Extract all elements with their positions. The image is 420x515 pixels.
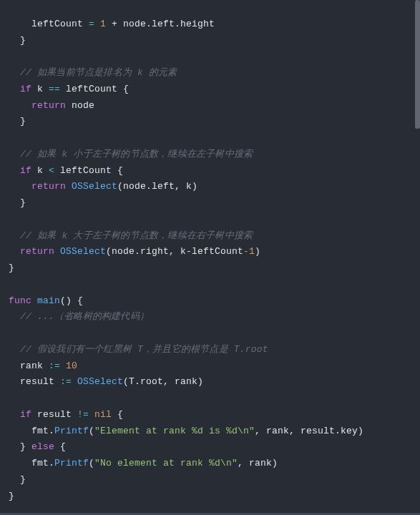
scrollbar[interactable] <box>415 0 420 129</box>
code-line: } <box>9 491 14 501</box>
code-line: } <box>9 197 26 208</box>
code-line: if result != nil { <box>9 409 123 420</box>
code-line: leftCount = 1 + node.left.height <box>9 19 215 29</box>
code-line: func main() { <box>9 295 83 306</box>
code-line: } <box>9 474 26 485</box>
code-comment: // 如果当前节点是排名为 k 的元素 <box>9 67 177 78</box>
code-comment: // 假设我们有一个红黑树 T，并且它的根节点是 T.root <box>9 344 268 355</box>
code-comment: // 如果 k 大于左子树的节点数，继续在右子树中搜索 <box>9 230 253 241</box>
code-comment: // ...（省略树的构建代码） <box>9 311 149 322</box>
code-line: if k < leftCount { <box>9 165 123 176</box>
code-line: return node <box>9 100 94 111</box>
code-line: } <box>9 35 26 46</box>
code-line: } else { <box>9 441 66 452</box>
code-line: fmt.Printf("No element at rank %d\n", ra… <box>9 458 278 469</box>
code-line: rank := 10 <box>9 360 77 371</box>
code-line: return OSSelect(node.right, k-leftCount-… <box>9 246 260 257</box>
code-line: } <box>9 263 14 273</box>
code-line: } <box>9 116 26 127</box>
code-line: result := OSSelect(T.root, rank) <box>9 376 203 387</box>
code-comment: // 如果 k 小于左子树的节点数，继续在左子树中搜索 <box>9 149 253 160</box>
code-block: leftCount = 1 + node.left.height } // 如果… <box>0 0 420 513</box>
code-line: fmt.Printf("Element at rank %d is %d\n",… <box>9 426 363 436</box>
code-line: return OSSelect(node.left, k) <box>9 181 197 192</box>
code-line: if k == leftCount { <box>9 84 129 94</box>
